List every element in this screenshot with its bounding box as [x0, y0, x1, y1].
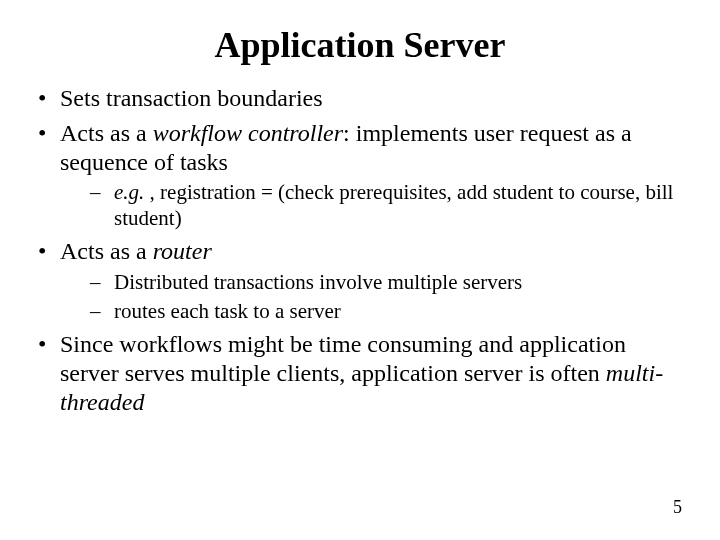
bullet-text: Acts as a — [60, 120, 153, 146]
bullet-list: Sets transaction boundaries Acts as a wo… — [30, 84, 690, 416]
sub-bullet-item: e.g. , registration = (check prerequisit… — [60, 180, 690, 230]
bullet-item: Acts as a workflow controller: implement… — [30, 119, 690, 231]
bullet-item: Acts as a router Distributed transaction… — [30, 237, 690, 324]
sub-bullet-italic: e.g. , — [114, 180, 155, 204]
bullet-item: Since workflows might be time consuming … — [30, 330, 690, 416]
slide-title: Application Server — [30, 24, 690, 66]
bullet-italic: router — [153, 238, 212, 264]
bullet-item: Sets transaction boundaries — [30, 84, 690, 113]
sub-bullet-item: routes each task to a server — [60, 299, 690, 324]
bullet-text: Acts as a — [60, 238, 153, 264]
page-number: 5 — [673, 497, 682, 518]
bullet-text: Since workflows might be time consuming … — [60, 331, 626, 386]
sub-bullet-list: Distributed transactions involve multipl… — [60, 270, 690, 324]
bullet-italic: workflow controller — [153, 120, 343, 146]
sub-bullet-item: Distributed transactions involve multipl… — [60, 270, 690, 295]
sub-bullet-text: registration = (check prerequisites, add… — [114, 180, 673, 229]
sub-bullet-list: e.g. , registration = (check prerequisit… — [60, 180, 690, 230]
